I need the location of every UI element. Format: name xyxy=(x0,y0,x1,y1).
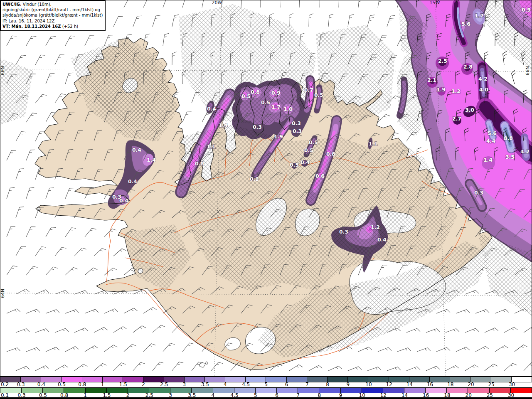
precip-value-label: 0.4 xyxy=(377,236,387,243)
precip-value-label: 1.1 xyxy=(207,143,216,150)
precip-value-label: 0.4 xyxy=(119,197,128,204)
precip-value-label: 1.4 xyxy=(483,157,493,163)
precip-value-label: 1.2 xyxy=(371,224,380,230)
legend-tick-label: 1.5 xyxy=(119,382,127,387)
precip-value-label: 0.8 xyxy=(326,151,335,157)
graticule-label: 64N xyxy=(0,289,5,298)
title-line-2: rigning/skúrir (grænt/blátt/rautt - mm/1… xyxy=(2,7,103,12)
legend-tick-label: 0.8 xyxy=(78,382,86,387)
legend-tick-label: 3.5 xyxy=(201,382,209,387)
legend-tick-label: 6 xyxy=(285,382,288,387)
precip-value-label: 0.3 xyxy=(474,190,483,196)
precip-value-label: 0.8 xyxy=(195,160,204,167)
legend-tick-label: 8 xyxy=(326,382,329,387)
title-box: UWC/IG: Vindur (10m), rigning/skúrir (gr… xyxy=(0,0,106,31)
title-line-4: IT: Lau. 16. 11. 2024 12Z xyxy=(2,18,103,24)
precip-value-label: 5.6 xyxy=(461,21,470,27)
legend-tick-label: 20 xyxy=(468,382,474,387)
precip-value-label: 0.3 xyxy=(339,229,348,235)
legend-tick-label: 7 xyxy=(305,382,309,387)
legend-cell xyxy=(298,388,319,393)
legend-tick-label: 0.4 xyxy=(37,382,45,387)
precip-value-label: 8.8 xyxy=(504,135,513,141)
graticule-label: 66N xyxy=(0,66,5,75)
title-line-1: UWC/IG: Vindur (10m), xyxy=(2,2,103,7)
precip-value-label: 0.4 xyxy=(132,147,141,153)
legend: 0.20.30.40.50.811.522.533.544.5567891012… xyxy=(0,377,532,399)
legend-rain-colorbar xyxy=(0,387,532,393)
precip-value-label: 1.1 xyxy=(369,140,378,147)
precip-value-label: 0.5 xyxy=(261,99,270,106)
legend-tick-label: 0.5 xyxy=(58,382,66,387)
precip-value-label: 3.0 xyxy=(465,107,474,113)
precip-value-label: 0.3 xyxy=(253,124,262,130)
precip-value-label: 4.4 xyxy=(486,138,495,144)
legend-tick-label: 16 xyxy=(427,382,433,387)
precip-value-label: 0.5 xyxy=(290,162,299,168)
graticule-label: 15W xyxy=(430,0,440,5)
precip-value-label: 2.8 xyxy=(463,64,473,70)
legend-cell xyxy=(328,377,348,382)
map-canvas: 20W15W66N64N66N 0.41.40.40.30.41.41.10.8… xyxy=(0,0,532,377)
precip-value-label: 1.9 xyxy=(436,86,446,93)
weather-map-screen: 20W15W66N64N66N 0.41.40.40.30.41.41.10.8… xyxy=(0,0,532,399)
precip-value-label: 3.5 xyxy=(505,154,515,160)
legend-tick-label: 3 xyxy=(183,382,186,387)
legend-tick-label: 30 xyxy=(509,382,515,387)
legend-cell xyxy=(319,388,340,393)
legend-tick-label: 2 xyxy=(142,382,145,387)
precip-value-label: 1.9 xyxy=(274,133,283,140)
legend-tick-label: 10 xyxy=(365,382,372,387)
precip-value-label: 1.4 xyxy=(219,122,228,128)
precip-value-label: 0.5 xyxy=(309,139,318,145)
legend-tick-label: 4.5 xyxy=(242,382,250,387)
legend-cell xyxy=(256,388,277,393)
legend-tick-label: 14 xyxy=(406,382,413,387)
precip-value-label: 1.7 xyxy=(475,12,484,19)
precip-value-label: 0.2 xyxy=(250,176,259,182)
precip-value-label: 0.4 xyxy=(128,178,137,185)
precip-value-label: 4.2 xyxy=(478,76,488,82)
precip-value-label: 1.4 xyxy=(147,157,156,163)
legend-tick-label: 4 xyxy=(224,382,227,387)
precip-value-label: 0.3 xyxy=(292,120,301,126)
precip-value-label: 0.9 xyxy=(522,7,531,13)
legend-cell xyxy=(277,388,298,393)
title-line-3: slydda/snjókoma (grátt/bleikt/grænt - mm… xyxy=(2,12,103,18)
precip-value-label: 0.6 xyxy=(315,173,325,179)
precip-value-label: 2.1 xyxy=(427,77,436,83)
precip-value-label: 0.7 xyxy=(304,87,313,93)
graticule-label: 66N xyxy=(525,66,530,75)
legend-snow-sleet-labels: 0.20.30.40.50.811.522.533.544.5567891012… xyxy=(0,382,532,387)
legend-tick-label: 0.2 xyxy=(1,382,9,387)
precip-value-label: 0.3 xyxy=(293,128,302,134)
precip-value-label: 5.6 xyxy=(488,130,497,136)
legend-tick-label: 12 xyxy=(386,382,392,387)
legend-bottom-rule xyxy=(0,397,532,399)
precip-value-label: 2.7 xyxy=(452,116,461,122)
legend-cell xyxy=(266,377,286,382)
graticule-label: 20W xyxy=(212,0,222,5)
precip-value-label: 0.8 xyxy=(251,89,260,95)
legend-tick-label: 9 xyxy=(346,382,350,387)
legend-cell xyxy=(287,377,307,382)
precip-value-label: 4.0 xyxy=(479,86,488,93)
precip-value-label: 2.5 xyxy=(438,58,447,64)
precip-value-label: 0.4 xyxy=(207,106,216,112)
legend-tick-label: 25 xyxy=(488,382,495,387)
precip-value-label: 4.2 xyxy=(520,148,530,155)
precip-value-label: 0.5 xyxy=(314,92,323,98)
precip-value-label: 1.0 xyxy=(283,106,293,112)
precip-value-label: 1.7 xyxy=(271,104,281,110)
title-line-5: VT: Mán. 18.11.2024 16Z (+52 h) xyxy=(2,24,103,29)
precip-value-label: 0.5 xyxy=(304,147,313,153)
legend-tick-label: 18 xyxy=(447,382,453,387)
legend-tick-label: 0.3 xyxy=(17,382,25,387)
precip-value-label: 1.2 xyxy=(451,88,461,94)
legend-tick-label: 2.5 xyxy=(160,382,168,387)
precip-value-label: 0.5 xyxy=(241,93,251,99)
legend-cell xyxy=(307,377,328,382)
precip-value-label: 0.9 xyxy=(271,90,281,96)
precip-value-label: 0.4 xyxy=(300,159,310,165)
legend-tick-label: 1 xyxy=(101,382,104,387)
